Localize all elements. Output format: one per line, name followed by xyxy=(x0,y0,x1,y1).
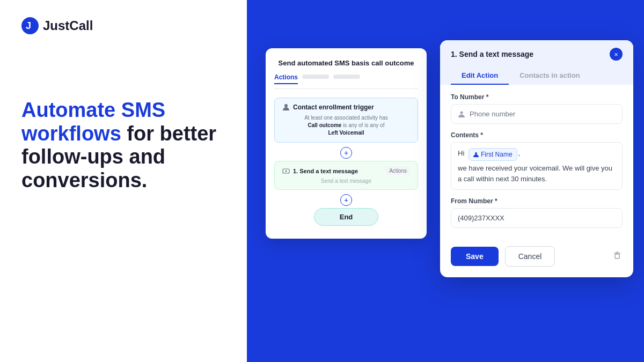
tab-actions[interactable]: Actions xyxy=(274,73,298,84)
workflow-title: Send automated SMS basis call outcome xyxy=(274,59,418,67)
delete-icon[interactable] xyxy=(612,250,623,263)
actions-row: Save Cancel xyxy=(440,246,633,267)
hero-heading: Automate SMS workflows for better follow… xyxy=(21,99,225,193)
trigger-body-line1: At least one associated activity has xyxy=(304,115,388,121)
action-badge: Actions xyxy=(386,167,410,175)
contents-body-text: we have received your voicemail. We will… xyxy=(458,163,616,184)
hero-line3: follow-ups and xyxy=(21,145,165,168)
connector-1: + xyxy=(274,147,418,159)
svg-point-2 xyxy=(284,104,288,107)
plus-btn-2[interactable]: + xyxy=(340,194,352,206)
contents-hi: Hi xyxy=(458,148,464,159)
action-label: 1. Send a text message xyxy=(293,168,358,174)
edit-panel-title-row: 1. Send a text message × xyxy=(451,48,623,61)
workflow-tabs: Actions xyxy=(274,73,418,89)
right-panel: Send automated SMS basis call outcome Ac… xyxy=(247,0,644,362)
trigger-body-bold: Call outcome xyxy=(308,122,342,128)
hero-line2-highlight: workflows xyxy=(21,122,121,145)
plus-btn-1[interactable]: + xyxy=(340,147,352,159)
left-panel: J JustCall Automate SMS workflows for be… xyxy=(0,0,247,362)
svg-point-5 xyxy=(460,111,463,114)
connector-2: + xyxy=(274,194,418,206)
svg-point-4 xyxy=(286,170,287,172)
action-header-left: 1. Send a text message xyxy=(282,167,358,175)
contents-label: Contents * xyxy=(451,131,623,139)
tab-inactive-1 xyxy=(302,75,329,79)
tab-edit-action[interactable]: Edit Action xyxy=(451,67,509,85)
contents-inline: Hi First Name , xyxy=(458,148,616,161)
hero-line1-highlight: Automate SMS xyxy=(21,99,165,121)
edit-panel-header: 1. Send a text message × Edit Action Con… xyxy=(440,40,633,85)
tab-inactive-2 xyxy=(333,75,360,79)
action-node: 1. Send a text message Actions Send a te… xyxy=(274,161,418,190)
cancel-button[interactable]: Cancel xyxy=(505,246,555,267)
svg-point-6 xyxy=(475,152,477,154)
action-header: 1. Send a text message Actions xyxy=(282,167,410,175)
workflow-card: Send automated SMS basis call outcome Ac… xyxy=(266,48,427,239)
trash-icon xyxy=(612,250,623,261)
edit-panel: 1. Send a text message × Edit Action Con… xyxy=(440,40,633,277)
to-number-label: To Number * xyxy=(451,93,623,101)
first-name-text: First Name xyxy=(481,150,513,159)
action-subtext: Send a text message xyxy=(282,178,410,184)
hero-line2-rest: for better xyxy=(121,122,216,145)
save-button[interactable]: Save xyxy=(451,247,499,266)
from-number-value: (409)237XXXX xyxy=(458,214,504,222)
trigger-body-line3: Left Voicemail xyxy=(328,130,364,136)
trigger-node: Contact enrollment trigger At least one … xyxy=(274,98,418,143)
first-name-badge: First Name xyxy=(469,148,517,161)
person-field-icon xyxy=(458,110,465,118)
trigger-body-line2-text: is any of xyxy=(364,122,384,128)
action-icon xyxy=(282,167,290,175)
svg-text:J: J xyxy=(26,20,31,31)
hero-line4: conversions. xyxy=(21,169,147,191)
logo-text: JustCall xyxy=(43,18,93,33)
contents-field[interactable]: Hi First Name , we have received your vo… xyxy=(451,142,623,190)
end-node: End xyxy=(314,208,378,226)
edit-panel-body: To Number * Phone number Contents * Hi xyxy=(440,85,633,244)
edit-panel-title: 1. Send a text message xyxy=(451,50,533,58)
to-number-placeholder: Phone number xyxy=(470,110,515,118)
edit-panel-tabs: Edit Action Contacts in action xyxy=(451,67,623,85)
hero-text-block: Automate SMS workflows for better follow… xyxy=(21,99,225,193)
tab-contacts-in-action[interactable]: Contacts in action xyxy=(509,67,591,85)
close-button[interactable]: × xyxy=(610,48,623,61)
from-number-label: From Number * xyxy=(451,197,623,205)
svg-rect-7 xyxy=(615,254,619,258)
action-buttons-left: Save Cancel xyxy=(451,246,555,267)
contents-comma: , xyxy=(518,148,521,159)
from-number-field[interactable]: (409)237XXXX xyxy=(451,208,623,228)
trigger-body: At least one associated activity has Cal… xyxy=(282,114,410,137)
badge-person-icon xyxy=(473,152,479,157)
trigger-label: Contact enrollment trigger xyxy=(293,104,374,111)
trigger-header: Contact enrollment trigger xyxy=(282,104,410,111)
logo: J JustCall xyxy=(21,17,225,34)
trigger-body-line2: is any of xyxy=(343,122,363,128)
to-number-field[interactable]: Phone number xyxy=(451,104,623,124)
justcall-logo-icon: J xyxy=(21,17,39,34)
person-icon xyxy=(282,104,290,111)
